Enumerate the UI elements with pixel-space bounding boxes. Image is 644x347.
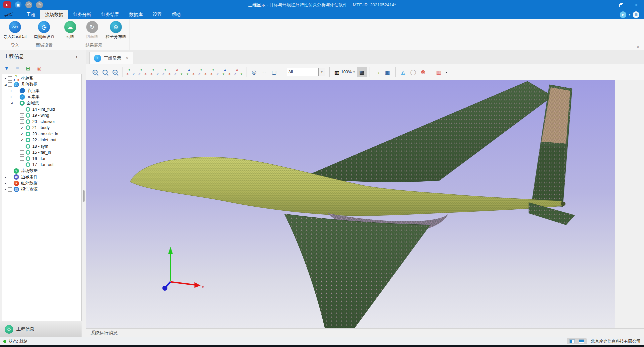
redo-button[interactable]: ↷ (36, 1, 43, 8)
zoom-in-button[interactable]: + (90, 67, 100, 77)
clear-view-button[interactable]: ⊗ (418, 67, 428, 77)
view-orientation-button-10[interactable]: XZY (233, 68, 243, 76)
menu-item-3[interactable]: 红外结果 (96, 10, 124, 19)
snapshot-button[interactable]: ▣ (383, 67, 393, 77)
tree-item[interactable]: ✓21 - body (2, 125, 81, 131)
tree-expander-icon[interactable]: ◢ (9, 102, 14, 105)
contour-plot-button[interactable]: ☁ 云图 (62, 21, 79, 40)
tree-expander-icon[interactable]: ▸ (9, 95, 14, 98)
theme-caret-icon[interactable]: ▾ (629, 13, 630, 16)
tree-checkbox[interactable] (8, 169, 12, 173)
tree-checkbox[interactable] (20, 150, 24, 155)
view-orientation-button-4[interactable]: YZX (161, 68, 171, 76)
menu-item-1[interactable]: 流场数据 (40, 10, 68, 19)
collapse-all-icon[interactable]: ≡ (16, 65, 19, 71)
view-orientation-button-5[interactable]: XZY (173, 68, 183, 76)
tree-expander-icon[interactable]: ▸ (3, 176, 8, 179)
tree-checkbox[interactable] (14, 101, 18, 105)
tree-checkbox[interactable] (8, 76, 12, 81)
mirror-view-button[interactable]: ◭ (398, 67, 408, 77)
close-button[interactable]: × (629, 0, 644, 10)
layout-grid-icon[interactable]: ⊞ (26, 65, 30, 72)
tree-checkbox[interactable]: ✓ (20, 113, 24, 118)
project-panel-tab[interactable]: ◇ 工程信息 (0, 321, 82, 337)
tree-item[interactable]: ✓19 - wing (2, 112, 81, 119)
tab-3d-display[interactable]: ⊥ 三维显示 × (89, 52, 133, 64)
tree-item[interactable]: 15 - far_in (2, 149, 81, 156)
tree-checkbox[interactable] (8, 181, 12, 185)
view-orientation-button-6[interactable]: ZYX (185, 68, 195, 76)
filter-icon[interactable]: ▼ (4, 65, 9, 71)
minimize-button[interactable]: − (598, 0, 613, 10)
archive-button[interactable]: ▥ (434, 67, 444, 77)
locate-target-icon[interactable]: ◎ (37, 65, 42, 72)
tree-item[interactable]: ▸▤报告资源 (2, 186, 81, 193)
splitter-handle[interactable] (83, 190, 85, 202)
panel-collapse-icon[interactable]: ‹ (76, 53, 78, 60)
tree-item[interactable]: 14 - int_fluid (2, 106, 81, 113)
tree-expander-icon[interactable]: ▸ (9, 89, 14, 92)
tree-item[interactable]: 18 - sym (2, 143, 81, 150)
tree-item[interactable]: 16 - far (2, 156, 81, 162)
tree-checkbox[interactable] (20, 107, 24, 111)
restore-button[interactable] (613, 0, 629, 10)
menu-item-5[interactable]: 设置 (148, 10, 167, 19)
menu-item-4[interactable]: 数据库 (124, 10, 148, 19)
tree-checkbox[interactable] (8, 187, 12, 192)
tree-expander-icon[interactable]: ▸ (3, 182, 8, 185)
tree-checkbox[interactable]: ✓ (20, 138, 24, 142)
menu-item-0[interactable]: 工程 (21, 10, 40, 19)
tree-item[interactable]: <流场数据 (2, 168, 81, 174)
display-filter-combo[interactable]: All ▾ (286, 68, 325, 76)
tree-expander-icon[interactable]: ◢ (3, 83, 8, 86)
opacity-zoom-control[interactable]: ▦ 100% ▾ (332, 67, 357, 77)
viewport-3d[interactable]: x (86, 80, 615, 328)
view-orientation-button-2[interactable]: YZX (138, 68, 148, 76)
particle-distribution-button[interactable]: ⊛ 粒子分布图 (106, 21, 127, 40)
save-button[interactable]: ▣ (15, 1, 22, 8)
view-orientation-button-3[interactable]: YXZ (150, 68, 160, 76)
tree-expander-icon[interactable]: ▸ (3, 77, 8, 80)
view-orientation-button-8[interactable]: YXZ (209, 68, 219, 76)
periodic-surface-button[interactable]: ◷ 周期面设置 (34, 21, 55, 40)
tree-item[interactable]: ▸Yzx坐标系 (2, 75, 81, 82)
layout-split-icon[interactable] (569, 339, 575, 343)
import-cas-dat-button[interactable]: cas 导入Cas/Dat (3, 21, 27, 40)
ribbon-collapse-button[interactable]: ∧ (637, 44, 639, 49)
menu-item-6[interactable]: 帮助 (167, 10, 186, 19)
tree-checkbox[interactable] (8, 175, 12, 179)
tree-checkbox[interactable] (14, 89, 18, 93)
tree-item[interactable]: ✓20 - chuiwei (2, 119, 81, 125)
theme-icon[interactable]: ▶ (620, 11, 626, 18)
export-view-button[interactable]: → (373, 67, 383, 77)
panel-splitter[interactable] (82, 50, 86, 337)
tree-item[interactable]: ▸◌元素集 (2, 94, 81, 100)
help-book-icon[interactable]: ▤ (633, 11, 639, 18)
tree-checkbox[interactable] (20, 156, 24, 161)
tree-item[interactable]: ✓22 - inlet_out (2, 137, 81, 143)
tree-checkbox[interactable]: ✓ (20, 132, 24, 136)
tree-item[interactable]: ▸✶红外数据 (2, 180, 81, 187)
layout-single-icon[interactable] (579, 339, 584, 343)
view-orientation-button-7[interactable]: YZX (197, 68, 207, 76)
tree-item[interactable]: ▸⇄边界条件 (2, 174, 81, 180)
tree-item[interactable]: ◢面域集 (2, 100, 81, 106)
zoom-out-button[interactable]: − (100, 67, 110, 77)
tab-close-icon[interactable]: × (126, 56, 129, 61)
tree-item[interactable]: ◢△几何数据 (2, 82, 81, 88)
app-logo-icon[interactable]: ► (3, 1, 11, 8)
view-orientation-button-9[interactable]: ZYX (221, 68, 231, 76)
tree-checkbox[interactable]: ✓ (20, 119, 24, 124)
tree-item[interactable]: ▸↔节点集 (2, 88, 81, 94)
perspective-camera-button[interactable]: ◎ (249, 67, 259, 77)
tree-checkbox[interactable] (8, 82, 12, 87)
tree-item[interactable]: 17 - far_out (2, 162, 81, 168)
tree-item[interactable]: ✓23 - nozzle_in (2, 131, 81, 137)
view-orientation-button-1[interactable]: YXZ (126, 68, 136, 76)
tree-checkbox[interactable]: ✓ (20, 126, 24, 130)
menu-item-2[interactable]: 红外分析 (68, 10, 96, 19)
undo-button[interactable]: ↶ (25, 1, 32, 8)
node-display-button[interactable]: ∴ (259, 67, 269, 77)
tree-checkbox[interactable] (20, 144, 24, 148)
zoom-fit-button[interactable]: ▫ (110, 67, 120, 77)
